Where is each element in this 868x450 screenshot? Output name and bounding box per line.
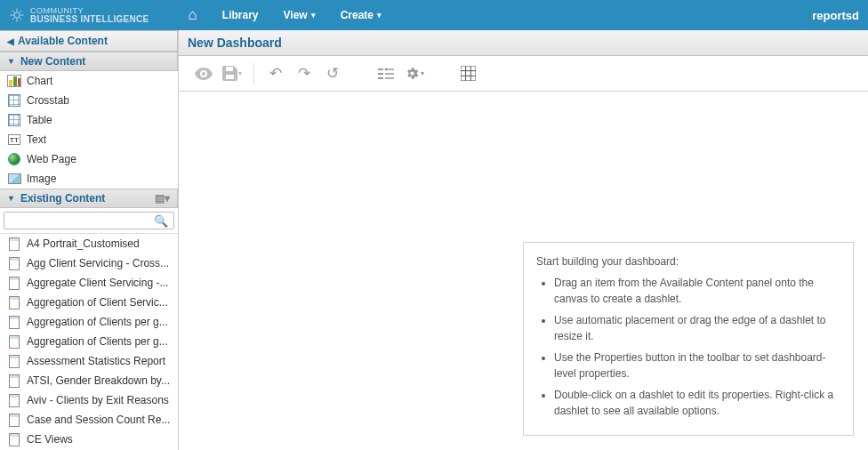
svg-rect-14 xyxy=(378,77,383,79)
new-content-header[interactable]: ▼ New Content xyxy=(0,52,178,71)
grid-icon xyxy=(7,93,21,108)
search-input[interactable] xyxy=(4,213,149,229)
help-bullet: Use the Properties button in the toolbar… xyxy=(554,350,840,382)
top-bar: COMMUNITY BUSINESS INTELLIGENCE ⌂ Librar… xyxy=(0,0,868,30)
undo-button[interactable]: ↶ xyxy=(261,60,290,88)
new-content-item[interactable]: Chart xyxy=(0,71,178,91)
existing-content-item[interactable]: CE Views xyxy=(0,430,178,449)
content-title: New Dashboard xyxy=(179,30,868,56)
report-icon xyxy=(7,354,21,368)
existing-content-item[interactable]: A4 Portrait_Customised xyxy=(0,234,178,253)
user-label[interactable]: reportsd xyxy=(812,9,859,22)
new-content-item[interactable]: Crosstab xyxy=(0,91,178,110)
search-icon[interactable]: 🔍 xyxy=(149,214,173,228)
toolbar: ▾ ↶ ↷ ↺ ▾ xyxy=(179,56,868,92)
txt-icon: TT xyxy=(7,133,21,147)
report-icon xyxy=(7,237,21,251)
collapse-icon[interactable]: ◀ xyxy=(7,36,14,46)
search-row: 🔍 xyxy=(0,208,178,234)
help-box: Start building your dashboard: Drag an i… xyxy=(523,242,854,436)
existing-content-item[interactable]: Aviv - Clients by Exit Reasons xyxy=(0,390,178,410)
svg-line-5 xyxy=(12,11,15,13)
svg-line-6 xyxy=(20,18,22,20)
svg-rect-15 xyxy=(461,66,476,81)
help-bullet: Double-click on a dashlet to edit its pr… xyxy=(554,387,840,419)
svg-rect-10 xyxy=(226,67,233,71)
existing-content-item[interactable]: Assessment Statistics Report xyxy=(0,351,178,371)
filter-manager-button[interactable] xyxy=(372,60,400,88)
report-icon xyxy=(7,334,21,349)
existing-content-item[interactable]: Aggregation of Client Servic... xyxy=(0,293,178,312)
existing-content-header[interactable]: ▼ Existing Content ▤▾ xyxy=(0,189,178,208)
save-button[interactable]: ▾ xyxy=(218,60,246,88)
content-area: New Dashboard ▾ ↶ ↷ ↺ ▾ Start building y… xyxy=(179,30,868,450)
report-icon xyxy=(7,393,21,407)
dashboard-canvas[interactable]: Start building your dashboard: Drag an i… xyxy=(179,92,868,450)
globe-icon xyxy=(7,152,21,166)
redo-button[interactable]: ↷ xyxy=(290,60,318,88)
img-icon xyxy=(7,172,21,186)
sidebar: ◀ Available Content ▼ New Content ChartC… xyxy=(0,30,179,450)
svg-rect-11 xyxy=(226,75,234,79)
report-icon xyxy=(7,256,21,270)
report-icon xyxy=(7,374,21,388)
brand-icon xyxy=(9,7,25,23)
existing-content-item[interactable]: Aggregation of Clients per g... xyxy=(0,332,178,351)
list-options-icon[interactable]: ▤▾ xyxy=(155,192,170,205)
svg-line-7 xyxy=(12,18,15,20)
svg-point-0 xyxy=(14,12,20,18)
top-nav: ⌂ Library View▾ Create▾ xyxy=(176,0,394,30)
existing-content-item[interactable]: Aggregation of Clients per g... xyxy=(0,312,178,332)
nav-home[interactable]: ⌂ xyxy=(176,0,210,30)
home-icon: ⌂ xyxy=(189,6,197,24)
report-icon xyxy=(7,276,21,290)
preview-button[interactable] xyxy=(189,60,218,88)
report-icon xyxy=(7,413,21,427)
chart-icon xyxy=(7,74,21,88)
grid-icon xyxy=(7,113,21,127)
brand-logo: COMMUNITY BUSINESS INTELLIGENCE xyxy=(9,7,149,24)
grid-button[interactable] xyxy=(454,60,482,88)
chevron-down-icon: ▾ xyxy=(311,11,316,20)
existing-content-item[interactable]: Agg Client Servicing - Cross... xyxy=(0,253,178,273)
new-content-item[interactable]: TTText xyxy=(0,130,178,149)
properties-button[interactable]: ▾ xyxy=(400,60,429,88)
new-content-list: ChartCrosstabTableTTTextWeb PageImage xyxy=(0,71,178,189)
svg-rect-13 xyxy=(378,73,383,75)
help-intro: Start building your dashboard: xyxy=(536,253,840,269)
reset-button[interactable]: ↺ xyxy=(318,60,347,88)
report-icon xyxy=(7,432,21,446)
svg-rect-12 xyxy=(378,68,383,70)
help-bullet: Use automatic placement or drag the edge… xyxy=(554,312,840,344)
chevron-down-icon: ▼ xyxy=(7,57,15,66)
report-icon xyxy=(7,315,21,329)
existing-content-list: A4 Portrait_CustomisedAgg Client Servici… xyxy=(0,234,178,449)
sidebar-title: ◀ Available Content xyxy=(0,30,178,52)
report-icon xyxy=(7,295,21,309)
brand-line2: BUSINESS INTELLIGENCE xyxy=(30,15,149,24)
existing-content-item[interactable]: ATSI, Gender Breakdown by... xyxy=(0,371,178,390)
nav-library[interactable]: Library xyxy=(210,0,271,30)
help-bullet: Drag an item from the Available Content … xyxy=(554,275,840,307)
svg-line-8 xyxy=(20,11,22,13)
new-content-item[interactable]: Image xyxy=(0,169,178,189)
nav-view[interactable]: View▾ xyxy=(271,0,328,30)
existing-content-item[interactable]: Aggregate Client Servicing -... xyxy=(0,273,178,293)
new-content-item[interactable]: Table xyxy=(0,110,178,130)
chevron-down-icon: ▾ xyxy=(377,11,382,20)
chevron-down-icon: ▼ xyxy=(7,194,15,203)
svg-point-9 xyxy=(202,72,205,76)
existing-content-item[interactable]: Case and Session Count Re... xyxy=(0,410,178,430)
nav-create[interactable]: Create▾ xyxy=(328,0,394,30)
new-content-item[interactable]: Web Page xyxy=(0,149,178,169)
